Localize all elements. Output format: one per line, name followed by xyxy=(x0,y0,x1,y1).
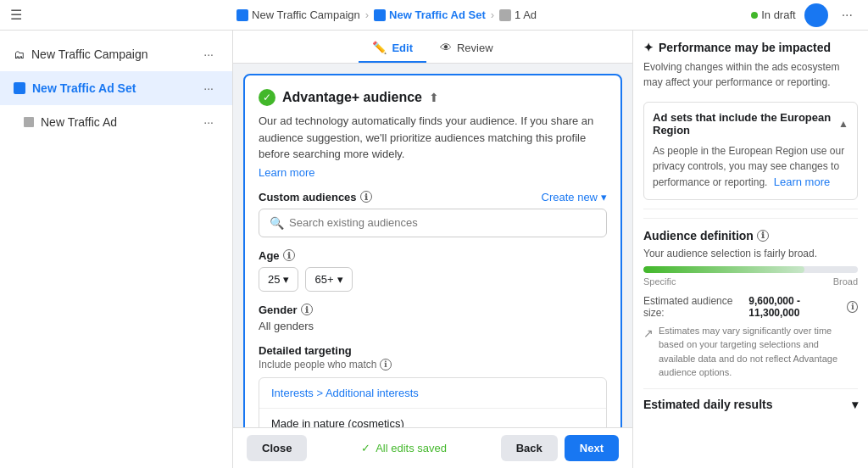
daily-results-chevron-icon[interactable]: ▾ xyxy=(852,398,858,411)
campaign-icon xyxy=(236,9,248,21)
edit-tab-icon: ✏️ xyxy=(372,41,387,54)
search-icon: 🔍 xyxy=(270,216,284,230)
age-min-dropdown-icon: ▾ xyxy=(283,273,289,286)
bottom-bar: Close ✓ All edits saved Back Next xyxy=(233,427,632,468)
age-label: Age ℹ xyxy=(259,249,607,262)
bottom-actions: Back Next xyxy=(501,435,619,461)
breadcrumb: New Traffic Campaign › New Traffic Ad Se… xyxy=(22,8,751,21)
ad-dots-button[interactable]: ··· xyxy=(198,114,219,131)
advantage-header: ✓ Advantage+ audience ⬆ xyxy=(259,89,607,106)
advantage-description: Our ad technology automatically finds yo… xyxy=(259,113,607,163)
more-options-button[interactable]: ··· xyxy=(837,6,858,25)
est-size-info-icon[interactable]: ℹ xyxy=(847,301,858,313)
estimate-note: ↗ Estimates may vary significantly over … xyxy=(643,324,858,380)
chevron-up-icon: ▲ xyxy=(838,118,849,130)
european-body: As people in the European Region use our… xyxy=(653,143,849,191)
estimate-note-icon: ↗ xyxy=(643,325,654,343)
age-section: Age ℹ 25 ▾ 65+ ▾ xyxy=(259,249,607,292)
right-panel: ✦ Performance may be impacted Evolving c… xyxy=(632,31,868,468)
breadcrumb-adset[interactable]: New Traffic Ad Set xyxy=(374,8,486,21)
scrollable-area: ✓ Advantage+ audience ⬆ Our ad technolog… xyxy=(233,64,632,427)
audience-bar xyxy=(643,266,858,273)
audience-definition-section: Audience definition ℹ Your audience sele… xyxy=(643,218,858,380)
targeting-list: Interests > Additional interests Made in… xyxy=(259,377,607,428)
gender-label: Gender ℹ xyxy=(259,304,607,316)
learn-more-link[interactable]: Learn more xyxy=(259,166,314,179)
sidebar-item-adset[interactable]: New Traffic Ad Set ··· xyxy=(0,71,232,105)
edit-review-tabs: ✏️ Edit 👁 Review xyxy=(233,31,632,64)
estimated-size: Estimated audience size: 9,600,000 - 11,… xyxy=(643,295,858,319)
review-tab-icon: 👁 xyxy=(440,41,452,54)
age-max-select[interactable]: 65+ ▾ xyxy=(305,267,352,292)
breadcrumb-ad[interactable]: 1 Ad xyxy=(499,8,537,21)
campaign-sidebar-icon: 🗂 xyxy=(14,48,25,61)
custom-audiences-row: Custom audiences ℹ Create new ▾ xyxy=(259,191,607,203)
targeting-info-icon[interactable]: ℹ xyxy=(380,359,392,370)
targeting-sub-label: Include people who match ℹ xyxy=(259,359,607,370)
ad-sidebar-icon xyxy=(24,117,34,127)
detailed-targeting-section: Detailed targeting Include people who ma… xyxy=(259,344,607,428)
status-dot xyxy=(751,12,758,19)
sidebar-item-ad[interactable]: New Traffic Ad ··· xyxy=(0,105,232,139)
custom-audiences-info-icon[interactable]: ℹ xyxy=(360,191,372,203)
adset-dots-button[interactable]: ··· xyxy=(198,80,219,97)
tab-review[interactable]: 👁 Review xyxy=(426,34,507,63)
gender-info-icon[interactable]: ℹ xyxy=(301,304,313,315)
targeting-item-0: Made in nature (cosmetics) xyxy=(259,409,606,428)
panel-divider xyxy=(643,209,858,209)
close-button[interactable]: Close xyxy=(247,435,307,461)
sidebar-ad-label: New Traffic Ad xyxy=(41,115,117,129)
checkmark-icon: ✓ xyxy=(361,442,370,454)
adset-sidebar-icon xyxy=(14,82,25,94)
next-button[interactable]: Next xyxy=(565,435,619,461)
avatar[interactable] xyxy=(804,3,828,27)
dropdown-icon: ▾ xyxy=(601,191,607,203)
age-info-icon[interactable]: ℹ xyxy=(283,249,295,261)
performance-icon: ✦ xyxy=(643,41,654,54)
adset-icon xyxy=(374,9,386,21)
main-layout: 🗂 New Traffic Campaign ··· New Traffic A… xyxy=(0,31,868,468)
gender-value: All genders xyxy=(259,320,607,332)
sidebar-item-campaign[interactable]: 🗂 New Traffic Campaign ··· xyxy=(0,37,232,71)
daily-results-section: Estimated daily results ▾ xyxy=(643,388,858,411)
interests-link-item[interactable]: Interests > Additional interests xyxy=(259,378,606,409)
advantage-check-icon: ✓ xyxy=(259,89,275,106)
back-button[interactable]: Back xyxy=(501,435,558,461)
custom-audiences-label: Custom audiences ℹ xyxy=(259,191,372,203)
age-max-dropdown-icon: ▾ xyxy=(337,273,343,286)
sidebar-toggle[interactable]: ☰ xyxy=(10,7,22,23)
tab-edit[interactable]: ✏️ Edit xyxy=(359,34,426,63)
european-label: Ad sets that include the European Region xyxy=(653,111,838,136)
draft-status: In draft xyxy=(751,8,795,21)
pin-icon[interactable]: ⬆ xyxy=(429,91,439,104)
saved-status: ✓ All edits saved xyxy=(361,442,447,454)
audience-bar-labels: Specific Broad xyxy=(643,276,858,287)
sidebar-toggle-icon[interactable]: ☰ xyxy=(10,7,22,23)
search-audiences-input[interactable] xyxy=(289,216,596,229)
european-header[interactable]: Ad sets that include the European Region… xyxy=(653,111,849,136)
performance-title: ✦ Performance may be impacted xyxy=(643,41,858,54)
gender-section: Gender ℹ All genders xyxy=(259,304,607,332)
european-learn-more-link[interactable]: Learn more xyxy=(774,176,830,188)
advantage-title: Advantage+ audience xyxy=(282,90,422,105)
campaign-dots-button[interactable]: ··· xyxy=(198,46,219,63)
performance-text: Evolving changes within the ads ecosyste… xyxy=(643,59,858,90)
top-nav: ☰ New Traffic Campaign › New Traffic Ad … xyxy=(0,0,868,31)
detailed-targeting-label: Detailed targeting xyxy=(259,344,607,357)
top-nav-right: In draft ··· xyxy=(751,3,858,27)
european-region-section: Ad sets that include the European Region… xyxy=(643,102,858,200)
performance-section: ✦ Performance may be impacted Evolving c… xyxy=(643,41,858,90)
create-new-button[interactable]: Create new ▾ xyxy=(542,191,607,203)
sidebar-adset-label: New Traffic Ad Set xyxy=(32,81,136,95)
age-controls: 25 ▾ 65+ ▾ xyxy=(259,267,607,292)
search-audiences-box[interactable]: 🔍 xyxy=(259,209,607,237)
audience-broad-text: Your audience selection is fairly broad. xyxy=(643,248,858,259)
advantage-audience-card: ✓ Advantage+ audience ⬆ Our ad technolog… xyxy=(243,74,622,427)
breadcrumb-campaign[interactable]: New Traffic Campaign xyxy=(236,8,360,21)
sidebar: 🗂 New Traffic Campaign ··· New Traffic A… xyxy=(0,31,233,468)
audience-bar-fill xyxy=(643,266,804,273)
ad-icon xyxy=(499,9,511,21)
audience-def-info-icon[interactable]: ℹ xyxy=(757,230,769,242)
age-min-select[interactable]: 25 ▾ xyxy=(259,267,298,292)
audience-def-title: Audience definition ℹ xyxy=(643,229,858,242)
